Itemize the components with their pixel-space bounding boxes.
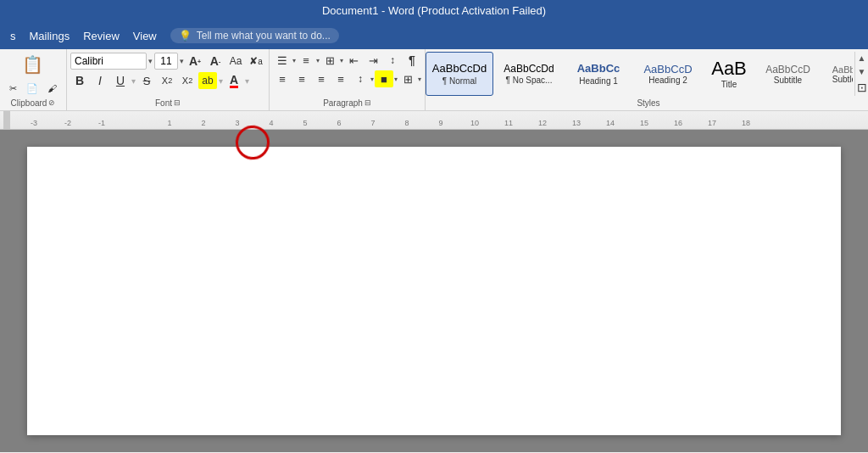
decrease-indent-button[interactable]: ⇤: [344, 52, 363, 69]
style-normal-label: ¶ Normal: [442, 76, 476, 86]
styles-scroll-up[interactable]: ▲: [858, 54, 866, 63]
highlight-button[interactable]: ab: [198, 72, 217, 89]
style-heading2[interactable]: AaBbCcD Heading 2: [634, 52, 702, 96]
font-color-icon: A: [230, 74, 238, 88]
multilevel-dd[interactable]: ▾: [340, 57, 343, 64]
decrease-font-button[interactable]: A-: [206, 53, 225, 70]
search-placeholder: Tell me what you want to do...: [197, 30, 331, 42]
font-size-dropdown[interactable]: ▾: [180, 57, 184, 65]
shading-dd[interactable]: ▾: [394, 76, 398, 83]
styles-group-label: Styles: [637, 98, 659, 108]
search-icon: 💡: [179, 30, 192, 42]
ruler-ticks: -3 -2 -1 1 2 3 4 5 6 7 8 9 10 11 12 13 1…: [17, 111, 763, 129]
style-subtitle-preview: AaBbCcD: [765, 64, 810, 76]
style-title[interactable]: AaB Title: [704, 52, 754, 96]
numbering-dd[interactable]: ▾: [316, 57, 320, 64]
style-no-spacing-label: ¶ No Spac...: [506, 76, 553, 85]
style-no-spacing[interactable]: AaBbCcDd ¶ No Spac...: [495, 52, 563, 96]
menu-item-s[interactable]: s: [3, 26, 23, 46]
style-title-preview: AaB: [711, 59, 747, 79]
menu-item-mailings[interactable]: Mailings: [23, 26, 77, 46]
styles-expand-column[interactable]: ▲ ▼ ⊡: [854, 52, 868, 96]
bullets-button[interactable]: ☰: [273, 52, 292, 69]
style-subtle-emphasis[interactable]: AaBbCcDd Subtle Em...: [821, 52, 853, 96]
styles-scroll-down[interactable]: ▼: [858, 68, 866, 76]
style-subtitle[interactable]: AaBbCcD Subtitle: [756, 52, 820, 96]
styles-group: AaBbCcDd ¶ Normal AaBbCcDd ¶ No Spac... …: [426, 49, 868, 110]
paragraph-label-bar: Paragraph ⊟: [270, 95, 425, 110]
style-subtitle-label: Subtitle: [774, 76, 802, 85]
font-name-input[interactable]: [70, 53, 147, 70]
styles-group-label-bar: Styles: [429, 95, 868, 110]
show-marks-button[interactable]: ¶: [403, 52, 421, 69]
style-heading1-label: Heading 1: [579, 76, 618, 86]
paragraph-expand-button[interactable]: ⊟: [364, 98, 371, 107]
menu-bar: s Mailings Review View 💡 Tell me what yo…: [0, 22, 868, 49]
align-center-button[interactable]: ≡: [292, 70, 311, 87]
font-group: ▾ ▾ A+ A- Aa ✘a B I U ▾ S X2 X2 ab ▾ A: [67, 49, 270, 110]
clipboard-group-label: Clipboard: [11, 98, 47, 108]
borders-button[interactable]: ⊞: [398, 70, 417, 87]
style-title-label: Title: [721, 80, 737, 89]
ruler-left-margin: [3, 111, 10, 129]
copy-button[interactable]: 📄: [23, 80, 42, 97]
title-text: Document1 - Word (Product Activation Fai…: [322, 4, 546, 17]
strikethrough-button[interactable]: S: [137, 72, 156, 89]
styles-expand-icon[interactable]: ⊡: [857, 81, 867, 93]
paste-button[interactable]: 📋: [19, 51, 46, 78]
ruler: -3 -2 -1 1 2 3 4 5 6 7 8 9 10 11 12 13 1…: [0, 111, 868, 130]
paragraph-group-label: Paragraph: [323, 98, 363, 108]
document-area[interactable]: [0, 130, 868, 452]
subscript-button[interactable]: X2: [158, 72, 176, 89]
ribbon-toolbar: 📋 ✂ 📄 🖌 Clipboard ⊘ ▾ ▾ A+ A- A: [0, 49, 868, 110]
font-group-label-bar: Font ⊟: [67, 95, 269, 110]
align-right-button[interactable]: ≡: [312, 70, 331, 87]
ribbon: 📋 ✂ 📄 🖌 Clipboard ⊘ ▾ ▾ A+ A- A: [0, 49, 868, 111]
justify-button[interactable]: ≡: [331, 70, 350, 87]
document-page[interactable]: [27, 147, 841, 435]
menu-item-view[interactable]: View: [126, 26, 164, 46]
style-heading2-label: Heading 2: [648, 76, 687, 85]
font-color-button[interactable]: A: [225, 72, 243, 89]
increase-font-button[interactable]: A+: [186, 53, 204, 70]
numbering-button[interactable]: ≡: [297, 52, 315, 69]
font-group-label: Font: [155, 98, 172, 108]
sort-button[interactable]: ↕: [383, 52, 402, 69]
bullets-dd[interactable]: ▾: [292, 57, 296, 64]
cut-button[interactable]: ✂: [3, 80, 22, 97]
style-normal[interactable]: AaBbCcDd ¶ Normal: [426, 52, 493, 96]
style-heading1-preview: AaBbCc: [577, 62, 620, 76]
increase-indent-button[interactable]: ⇥: [364, 52, 382, 69]
style-heading1[interactable]: AaBbCc Heading 1: [565, 52, 632, 96]
change-case-button[interactable]: Aa: [226, 53, 245, 70]
line-spacing-dd[interactable]: ▾: [370, 76, 374, 83]
style-no-spacing-preview: AaBbCcDd: [504, 63, 554, 76]
multilevel-button[interactable]: ⊞: [320, 52, 339, 69]
search-box[interactable]: 💡 Tell me what you want to do...: [170, 28, 339, 43]
title-bar: Document1 - Word (Product Activation Fai…: [0, 0, 868, 22]
style-subtle-emphasis-label: Subtle Em...: [832, 75, 853, 84]
align-left-button[interactable]: ≡: [273, 70, 292, 87]
superscript-button[interactable]: X2: [178, 72, 197, 89]
clipboard-label: Clipboard ⊘: [0, 95, 66, 110]
clipboard-group: 📋 ✂ 📄 🖌 Clipboard ⊘: [0, 49, 67, 110]
paragraph-group: ☰ ▾ ≡ ▾ ⊞ ▾ ⇤ ⇥ ↕ ¶ ≡ ≡ ≡ ≡ ↕ ▾ ■ ▾ ⊞: [270, 49, 426, 110]
line-spacing-button[interactable]: ↕: [351, 70, 370, 87]
bold-button[interactable]: B: [70, 72, 89, 89]
style-subtle-emphasis-preview: AaBbCcDd: [832, 64, 853, 75]
style-heading2-preview: AaBbCcD: [643, 63, 692, 76]
format-painter-button[interactable]: 🖌: [42, 80, 61, 97]
underline-button[interactable]: U: [111, 72, 130, 89]
font-expand[interactable]: ⊟: [174, 98, 181, 107]
clipboard-expand[interactable]: ⊘: [48, 98, 55, 107]
styles-scroll-area: AaBbCcDd ¶ Normal AaBbCcDd ¶ No Spac... …: [426, 52, 853, 96]
font-size-input[interactable]: [154, 53, 178, 70]
menu-item-review[interactable]: Review: [76, 26, 126, 46]
italic-button[interactable]: I: [91, 72, 109, 89]
clear-format-button[interactable]: ✘a: [247, 53, 265, 70]
style-normal-preview: AaBbCcDd: [432, 62, 487, 76]
shading-button[interactable]: ■: [375, 70, 393, 87]
font-name-dropdown[interactable]: ▾: [148, 57, 153, 65]
borders-dd[interactable]: ▾: [418, 76, 421, 83]
